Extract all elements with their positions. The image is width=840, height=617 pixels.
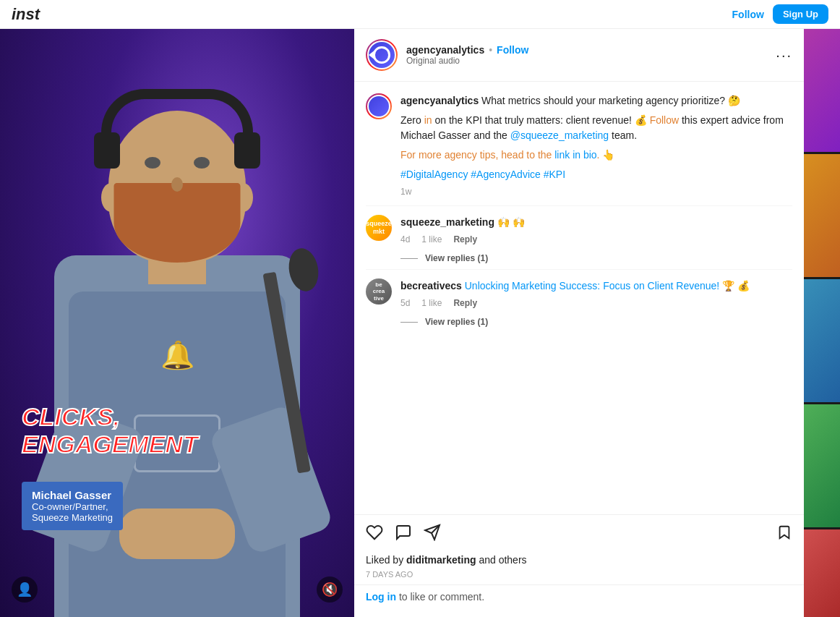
comment-button[interactable] (395, 524, 412, 545)
post-username[interactable]: agencyanalytics (406, 44, 484, 56)
liked-by-user[interactable]: diditmarketing (406, 554, 476, 566)
comment-row: squeezemkt squeeze_marketing 🙌 🙌 4d 1 li… (366, 205, 792, 253)
post-panel: agencyanalytics • Follow Original audio … (354, 29, 804, 617)
view-replies-row-2: View replies (1) (400, 317, 792, 327)
mute-icon[interactable]: 🔇 (317, 576, 343, 603)
post-subtitle: Original audio (406, 56, 767, 66)
caption-tips-end: . 👆 (597, 149, 615, 161)
comment-avatar-2[interactable]: becreative (366, 278, 392, 305)
like-button[interactable] (366, 524, 383, 545)
video-text-overlay: CLICKS, ENGAGEMENT (22, 404, 198, 458)
more-options-button[interactable]: ··· (776, 47, 792, 64)
logo: inst (12, 5, 40, 24)
caption-hashtags: #DigitalAgency #AgencyAdvice #KPI (400, 167, 792, 182)
top-nav: inst Follow Sign Up (0, 0, 840, 29)
liked-by-others: and others (476, 554, 527, 566)
caption-more-tips: For more agency tips, head to the (400, 149, 554, 161)
video-bottom-bar: 👤 🔇 (0, 576, 354, 603)
caption-text: agencyanalytics What metrics should your… (400, 93, 792, 197)
comment-likes-2: 1 like (421, 298, 442, 308)
caption-question: What metrics should your marketing agenc… (479, 95, 740, 106)
comment-content-2: becreativecs Unlocking Marketing Success… (400, 278, 792, 308)
actions-bar (354, 514, 804, 554)
post-username-row: agencyanalytics • Follow (406, 44, 767, 56)
caption-rest1: on the KPI that truly matters: client re… (432, 114, 650, 126)
caption-tips: For more agency tips, head to the link i… (400, 148, 792, 163)
bell-icon: 🔔 (160, 339, 194, 371)
post-avatar[interactable] (366, 39, 398, 71)
comment-avatar-1[interactable]: squeezemkt (366, 215, 392, 241)
comment-text-2: becreativecs Unlocking Marketing Success… (400, 278, 792, 294)
post-body: agencyanalytics What metrics should your… (354, 82, 804, 205)
signup-button[interactable]: Sign Up (773, 4, 828, 24)
post-header-info: agencyanalytics • Follow Original audio (406, 44, 767, 66)
comment-likes-1: 1 like (421, 234, 442, 244)
video-panel: 🔔 CLICKS, ENGAGEMENT Michael Gasser Co-o… (0, 29, 354, 617)
top-nav-right: Follow Sign Up (732, 4, 828, 24)
post-header: agencyanalytics • Follow Original audio … (354, 29, 804, 82)
comment-emoji-1: 🙌 🙌 (497, 216, 525, 228)
top-follow-button[interactable]: Follow (732, 9, 764, 20)
log-in-rest: to like or comment. (396, 591, 484, 603)
comment-username-1[interactable]: squeeze_marketing (400, 216, 494, 228)
name-badge: Michael Gasser Co-owner/Partner, Squeeze… (22, 482, 123, 530)
view-replies-button-2[interactable]: View replies (1) (425, 317, 488, 327)
liked-by: Liked by diditmarketing and others (354, 554, 804, 570)
caption-username[interactable]: agencyanalytics (400, 95, 479, 106)
caption-rest3: team. (609, 129, 637, 141)
comment-reply-button-2[interactable]: Reply (453, 298, 477, 308)
comment-emoji-2: 🏆 💰 (722, 280, 750, 292)
comment-row-2: becreative becreativecs Unlocking Market… (366, 269, 792, 317)
comment-content-1: squeeze_marketing 🙌 🙌 4d 1 like Reply (400, 215, 792, 244)
comment-username-2[interactable]: becreativecs (400, 280, 462, 292)
save-button[interactable] (776, 524, 792, 545)
comment-meta-1: 4d 1 like Reply (400, 234, 792, 244)
caption-in: in (424, 114, 432, 126)
comments-section: squeezemkt squeeze_marketing 🙌 🙌 4d 1 li… (354, 205, 804, 333)
video-person: 🔔 CLICKS, ENGAGEMENT Michael Gasser Co-o… (0, 29, 354, 617)
comment-meta-2: 5d 1 like Reply (400, 298, 792, 308)
view-replies-line-1 (400, 258, 418, 259)
caption-row: agencyanalytics What metrics should your… (366, 93, 792, 197)
spacer (354, 333, 804, 514)
caption-avatar[interactable] (366, 93, 392, 119)
caption-hashtag-text[interactable]: #DigitalAgency #AgencyAdvice #KPI (400, 169, 565, 180)
comment-reply-button-1[interactable]: Reply (453, 234, 477, 244)
log-in-row: Log in to like or comment. (354, 584, 804, 617)
liked-by-text: Liked by (366, 554, 406, 566)
caption-zero: Zero (400, 114, 424, 126)
dot-separator: • (489, 44, 492, 56)
caption-follow-text: Follow (650, 114, 679, 126)
share-button[interactable] (424, 524, 441, 545)
caption-time: 1w (400, 187, 792, 197)
comment-text-1: squeeze_marketing 🙌 🙌 (400, 215, 792, 230)
days-ago: 7 DAYS AGO (354, 570, 804, 584)
comment-time-1: 4d (400, 234, 410, 244)
view-replies-line-2 (400, 322, 418, 323)
comment-time-2: 5d (400, 298, 410, 308)
view-replies-row-1: View replies (1) (400, 253, 792, 263)
caption-main: agencyanalytics What metrics should your… (400, 93, 792, 108)
comment-avatar-squeeze-inner: squeezemkt (366, 215, 392, 241)
caption-link-bio[interactable]: link in bio (554, 149, 596, 161)
post-follow-button[interactable]: Follow (497, 44, 528, 56)
log-in-link[interactable]: Log in (366, 591, 396, 603)
comment-avatar-be-inner: becreative (366, 278, 392, 305)
view-replies-button-1[interactable]: View replies (1) (425, 253, 488, 263)
caption-body: Zero in on the KPI that truly matters: c… (400, 113, 792, 143)
user-icon[interactable]: 👤 (12, 576, 38, 603)
caption-squeeze-tag[interactable]: @squeeze_marketing (510, 129, 609, 141)
comment-blue-text-2: Unlocking Marketing Success: Focus on Cl… (465, 280, 720, 292)
